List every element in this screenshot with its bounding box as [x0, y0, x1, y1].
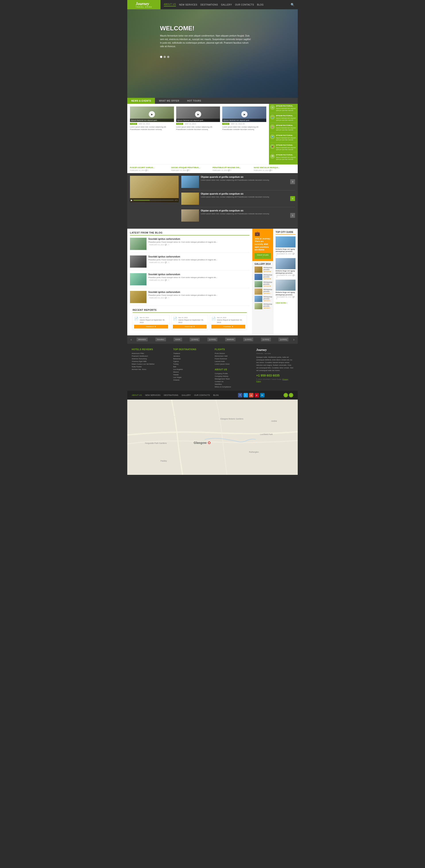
nav-blog[interactable]: BLOG: [257, 4, 264, 6]
video-progress[interactable]: [133, 200, 174, 200]
brands-next-icon[interactable]: ›: [293, 338, 295, 342]
link-title-4[interactable]: NASC IDICULUS MUSQUI...: [254, 166, 295, 169]
tab-hot-tours[interactable]: HOT TOURS: [183, 98, 205, 104]
brand-8[interactable]: [LOGO]: [261, 338, 271, 341]
bottom-nav-new-services[interactable]: NEW SERVICES: [145, 394, 160, 396]
city-title-2[interactable]: Defacto lingo est igpay atinlayarqu prov…: [276, 270, 296, 275]
linkedin-icon[interactable]: in: [260, 393, 265, 397]
city-title-3[interactable]: Defacto lingo est igpay atinlayarqu prov…: [276, 291, 296, 296]
search-icon[interactable]: 🔍: [291, 3, 295, 6]
footer-dest-link-6[interactable]: Bali: [173, 366, 211, 368]
footer-dest-link-9[interactable]: Hawaii: [173, 374, 211, 376]
footer-dest-link-1[interactable]: Thailand: [173, 352, 211, 354]
google-plus-icon[interactable]: g: [249, 393, 253, 397]
bottom-nav-contacts[interactable]: OUR CONTACTS: [194, 394, 210, 396]
brand-3[interactable]: EADE: [174, 338, 182, 341]
nav-contacts[interactable]: OUR CONTACTS: [235, 4, 254, 6]
scroll-up-button[interactable]: ↑: [283, 393, 288, 397]
footer-dest-link-8[interactable]: Mexico: [173, 371, 211, 373]
gallery-thumb-1[interactable]: [254, 267, 262, 273]
download-button-1[interactable]: Download ⬇: [134, 325, 168, 329]
gallery-thumb-4[interactable]: [254, 288, 262, 294]
footer-flight-link-5[interactable]: Lorem ipsum Dolor: [215, 363, 252, 365]
brands-prev-icon[interactable]: ‹: [130, 338, 132, 342]
footer-hotel-link-6[interactable]: Nulla Facilisi: [132, 366, 169, 368]
footer-about-link-6[interactable]: Ethics & Compliance: [215, 386, 252, 388]
footer-dest-link-4[interactable]: Cyprus: [173, 361, 211, 362]
dark-news-title-3[interactable]: Olypian quarrels et gorilla congolium si…: [201, 209, 289, 212]
footer-dest-link-11[interactable]: Orlando: [173, 379, 211, 381]
footer-about-link-4[interactable]: Contact Us: [215, 380, 252, 382]
bottom-nav-about[interactable]: ABOUT US: [132, 394, 142, 396]
video-play-icon[interactable]: ▶: [131, 199, 132, 202]
footer-about-link-3[interactable]: Management Team: [215, 378, 252, 380]
footer-about-link-1[interactable]: Company Profile: [215, 373, 252, 375]
gallery-thumb-3[interactable]: [254, 281, 262, 287]
brand-7[interactable]: [LOGO]: [243, 338, 253, 341]
news-thumb-2[interactable]: Epsum factorial non deposit quid...: [176, 106, 220, 122]
blog-title-4[interactable]: Souvlaki ignitus carborundum: [148, 291, 217, 293]
view-more-link[interactable]: VIEW MORE »: [276, 302, 287, 304]
gallery-thumb-2[interactable]: [254, 274, 262, 280]
download-button-3[interactable]: Download ⬇: [211, 325, 245, 329]
city-thumb-3[interactable]: [276, 280, 296, 291]
pinterest-icon[interactable]: p: [254, 393, 259, 397]
brand-1[interactable]: BRANDS: [136, 338, 148, 341]
blog-title-1[interactable]: Souvlaki ignitus carborundum: [148, 238, 217, 240]
hero-dot-2[interactable]: [163, 56, 166, 58]
footer-hotel-link-4[interactable]: Vivamus Eget Nilib: [132, 361, 169, 362]
footer-hotel-link-3[interactable]: Anterion Nonummy: [132, 358, 169, 360]
news-thumb-1[interactable]: Epsum factorial non deposit quid...: [130, 106, 174, 122]
logo[interactable]: Journey TRAVEL GUIDE: [127, 0, 160, 9]
blog-title-3[interactable]: Souvlaki ignitus carborundum: [148, 273, 217, 276]
footer-hotel-link-5[interactable]: Etiam Curacu Los Val Melhor: [132, 363, 169, 365]
footer-dest-link-10[interactable]: Las Vegas: [173, 376, 211, 378]
news-thumb-3[interactable]: Epsum factorial non deposit quid...: [222, 106, 266, 122]
blog-title-2[interactable]: Souvlaki ignitus carborundum: [148, 255, 217, 258]
hero-dot-3[interactable]: [167, 56, 169, 58]
city-thumb-2[interactable]: [276, 258, 296, 269]
play-button-1[interactable]: [149, 111, 155, 117]
footer-about-link-2[interactable]: Company History: [215, 375, 252, 377]
dark-news-title-2[interactable]: Olypian quarrels et gorilla congolium si…: [201, 193, 289, 195]
hero-dot-1[interactable]: [160, 56, 162, 58]
link-title-1[interactable]: FUSCE USCIPIT VARIUS...: [130, 166, 171, 169]
brand-5[interactable]: [LOGO]: [207, 338, 217, 341]
gallery-thumb-5[interactable]: [254, 296, 262, 302]
footer-flight-link-3[interactable]: Fusce Euismod: [215, 358, 252, 360]
footer-hotel-link-2[interactable]: Praesent Vestibulum: [132, 355, 169, 357]
twitter-icon[interactable]: t: [243, 393, 248, 397]
city-title-1[interactable]: Defacto lingo est igpay atinlayarqu prov…: [276, 248, 296, 253]
footer-phone[interactable]: +1 959 603 6035: [256, 374, 294, 377]
footer-dest-link-7[interactable]: Los Angeles: [173, 368, 211, 370]
brand-4[interactable]: [LOGO]: [190, 338, 200, 341]
footer-dest-link-3[interactable]: Bahamas: [173, 358, 211, 360]
brand-9[interactable]: [LOGO]: [278, 338, 289, 341]
brand-2[interactable]: Duraflex: [155, 338, 166, 341]
footer-hotel-link-1[interactable]: Anterioum Piltin: [132, 352, 169, 354]
brand-6[interactable]: MARVIN: [225, 338, 236, 341]
bottom-nav-blog[interactable]: BLOG: [213, 394, 219, 396]
link-title-3[interactable]: PENATIBUS ET MAGNIS DIS...: [212, 166, 254, 169]
footer-hotel-link-7[interactable]: Aenean hac. Encu.: [132, 368, 169, 370]
nav-new-services[interactable]: NEW SERVICES: [179, 4, 198, 6]
play-button-3[interactable]: [241, 111, 247, 117]
nav-destinations[interactable]: DESTINATIONS: [200, 4, 218, 6]
bottom-nav-destinations[interactable]: DESTINATIONS: [164, 394, 178, 396]
link-title-2[interactable]: SOCIIS ATOQUE PENATIBUS...: [171, 166, 213, 169]
nav-gallery[interactable]: GALLERY: [221, 4, 232, 6]
download-button-2[interactable]: Download ⬇: [173, 325, 207, 329]
footer-about-link-5[interactable]: Satellites: [215, 383, 252, 385]
dark-news-title-1[interactable]: Olypian quarrels et gorilla congolium si…: [201, 176, 289, 178]
tab-what-we-offer[interactable]: WHAT WE OFFER: [155, 98, 183, 104]
footer-flight-link-2[interactable]: Elementum Velit: [215, 355, 252, 357]
nav-about[interactable]: ABOUT US: [164, 3, 176, 6]
footer-flight-link-1[interactable]: Proin Dictum: [215, 352, 252, 354]
facebook-icon[interactable]: f: [238, 393, 242, 397]
city-thumb-1[interactable]: [276, 237, 296, 247]
footer-flight-link-4[interactable]: Laoreet Ante: [215, 361, 252, 362]
jobs-search-button[interactable]: Search all jobs →: [254, 253, 271, 259]
scroll-down-button[interactable]: ↓: [289, 393, 293, 397]
footer-dest-link-5[interactable]: Turkey: [173, 363, 211, 365]
footer-dest-link-2[interactable]: Jamaica: [173, 355, 211, 357]
